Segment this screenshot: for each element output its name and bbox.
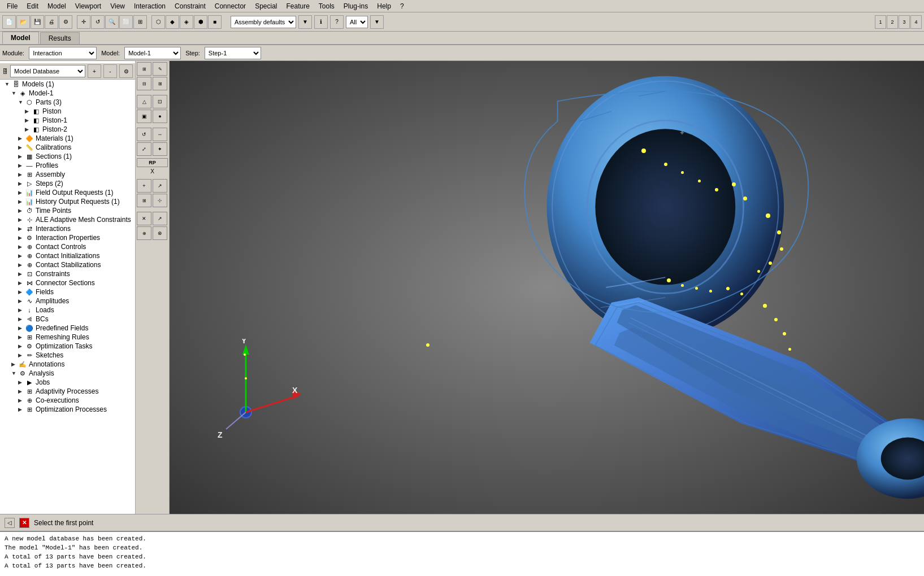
assembly-defaults-dropdown[interactable]: Assembly defaults	[231, 16, 296, 28]
menu-viewport[interactable]: Viewport	[71, 1, 106, 11]
menu-feature[interactable]: Feature	[281, 1, 314, 11]
tree-item-predefined[interactable]: ▶🔵Predefined Fields	[0, 324, 135, 333]
tree-item-histoutput[interactable]: ▶📊History Output Requests (1)	[0, 197, 135, 206]
tree-item-contactinit[interactable]: ▶⊕Contact Initializations	[0, 251, 135, 260]
tree-settings-btn[interactable]: ⚙	[119, 64, 133, 78]
tool-ref2[interactable]: ⊗	[153, 226, 167, 240]
menu-tools[interactable]: Tools	[314, 1, 339, 11]
viewport-filter-btn[interactable]: ▼	[370, 15, 384, 29]
tree-collapse-btn[interactable]: -	[103, 64, 117, 78]
tree-item-jobs[interactable]: ▶▶Jobs	[0, 378, 135, 387]
tool-create-set[interactable]: +	[137, 179, 151, 193]
model-dropdown[interactable]: Model-1	[124, 47, 181, 59]
render4-btn[interactable]: ■	[208, 15, 222, 29]
menu-plugins[interactable]: Plug-ins	[339, 1, 372, 11]
tool-suppress[interactable]: ⊟	[137, 77, 151, 90]
menu-help[interactable]: Help	[372, 1, 396, 11]
info-btn[interactable]: ℹ	[314, 15, 328, 29]
tree-item-profiles[interactable]: ▶―Profiles	[0, 161, 135, 170]
tree-item-sketches[interactable]: ▶✏Sketches	[0, 351, 135, 360]
assembly-settings-btn[interactable]: ▼	[298, 15, 312, 29]
tree-item-piston2[interactable]: ▶◧Piston-2	[0, 125, 135, 134]
tree-item-intprops[interactable]: ▶⚙Interaction Properties	[0, 233, 135, 242]
menu-connector[interactable]: Connector	[210, 1, 250, 11]
menu-special[interactable]: Special	[250, 1, 281, 11]
tree-item-materials[interactable]: ▶🔶Materials (1)	[0, 134, 135, 143]
tree-item-adaptivity[interactable]: ▶⊞Adaptivity Processes	[0, 387, 135, 396]
tree-item-interactions[interactable]: ▶⇄Interactions	[0, 224, 135, 233]
menu-edit[interactable]: Edit	[22, 1, 43, 11]
shaded-btn[interactable]: ◆	[166, 15, 179, 29]
view3d-1[interactable]: 1	[875, 15, 886, 29]
tool-edit-interaction[interactable]: ✎	[153, 62, 167, 76]
module-dropdown[interactable]: Interaction	[29, 47, 97, 59]
tree-item-models[interactable]: ▼🗄Models (1)	[0, 80, 135, 89]
tool-node[interactable]: ●	[153, 110, 167, 123]
menu-question[interactable]: ?	[396, 1, 409, 11]
tool-ref[interactable]: ✦	[153, 142, 167, 156]
tool-rotate[interactable]: ↺	[137, 128, 151, 141]
viewport-filter-dropdown[interactable]: All	[346, 16, 368, 28]
view3d-4[interactable]: 4	[910, 15, 922, 29]
tree-item-piston[interactable]: ▶◧Piston	[0, 107, 135, 116]
menu-view[interactable]: View	[106, 1, 129, 11]
zoom-btn[interactable]: 🔍	[105, 15, 119, 29]
tree-item-fields[interactable]: ▶🔷Fields	[0, 287, 135, 296]
print-btn[interactable]: 🖨	[45, 15, 58, 29]
save-btn[interactable]: 💾	[31, 15, 44, 29]
tool-translate[interactable]: ↔	[153, 128, 167, 141]
tree-item-optasks[interactable]: ▶⚙Optimization Tasks	[0, 342, 135, 351]
tool-wire[interactable]: ⊡	[153, 95, 167, 108]
menu-model[interactable]: Model	[43, 1, 71, 11]
tool-mesh-view[interactable]: ⊞	[137, 194, 151, 207]
render3-btn[interactable]: ⬢	[194, 15, 207, 29]
tree-item-coexec[interactable]: ▶⊕Co-executions	[0, 396, 135, 405]
wireframe-btn[interactable]: ⬡	[151, 15, 165, 29]
zoom-fit-btn[interactable]: ⊞	[133, 15, 147, 29]
tree-item-annotations[interactable]: ▶✍Annotations	[0, 360, 135, 369]
tool-create-interaction[interactable]: ⊞	[137, 62, 151, 76]
tool-datum[interactable]: ✕	[137, 212, 151, 225]
tool-resume[interactable]: ⊞	[153, 77, 167, 90]
tree-item-contactctrl[interactable]: ▶⊕Contact Controls	[0, 242, 135, 251]
database-dropdown[interactable]: Model Database	[10, 65, 85, 77]
tree-item-bcs[interactable]: ▶⫷BCs	[0, 315, 135, 324]
step-dropdown[interactable]: Step-1	[205, 47, 261, 59]
tool-scale[interactable]: ⤢	[137, 142, 151, 156]
new-btn[interactable]: 📄	[2, 15, 16, 29]
pref-btn[interactable]: ⚙	[59, 15, 72, 29]
hidden-btn[interactable]: ◈	[180, 15, 193, 29]
tree-item-alemesh[interactable]: ▶⊹ALE Adaptive Mesh Constraints	[0, 215, 135, 224]
open-btn[interactable]: 📂	[16, 15, 30, 29]
tree-item-loads[interactable]: ▶↓Loads	[0, 306, 135, 315]
tree-item-calibrations[interactable]: ▶📏Calibrations	[0, 143, 135, 152]
tree-item-fieldoutput[interactable]: ▶📊Field Output Requests (1)	[0, 188, 135, 197]
tool-query[interactable]: ↗	[153, 212, 167, 225]
status-stop-btn[interactable]: ✕	[19, 518, 29, 528]
tree-item-parts[interactable]: ▼⬡Parts (3)	[0, 98, 135, 107]
tree-item-analysis[interactable]: ▼⚙Analysis	[0, 369, 135, 378]
tree-item-timepoints[interactable]: ▶⏱Time Points	[0, 206, 135, 215]
tree-item-sections[interactable]: ▶▦Sections (1)	[0, 152, 135, 161]
tab-results[interactable]: Results	[40, 32, 80, 44]
zoom-box-btn[interactable]: ⬜	[119, 15, 133, 29]
viewport[interactable]: Y X Z ✛	[170, 61, 924, 514]
tree-item-model1[interactable]: ▼◈Model-1	[0, 89, 135, 98]
tool-arrow[interactable]: ↗	[153, 179, 167, 193]
rotate-btn[interactable]: ↺	[91, 15, 105, 29]
select-btn[interactable]: ✛	[77, 15, 90, 29]
menu-constraint[interactable]: Constraint	[170, 1, 210, 11]
tree-item-connectorsec[interactable]: ▶⋈Connector Sections	[0, 278, 135, 287]
tool-coord[interactable]: ⊕	[137, 226, 151, 240]
query-btn[interactable]: ?	[330, 15, 344, 29]
tree-item-constraints[interactable]: ▶⊡Constraints	[0, 269, 135, 278]
tool-path[interactable]: ⊹	[153, 194, 167, 207]
tree-item-steps[interactable]: ▶▷Steps (2)	[0, 179, 135, 188]
tree-item-amplitudes[interactable]: ▶∿Amplitudes	[0, 296, 135, 306]
tree-item-piston1[interactable]: ▶◧Piston-1	[0, 116, 135, 125]
menu-interaction[interactable]: Interaction	[129, 1, 170, 11]
view3d-2[interactable]: 2	[887, 15, 898, 29]
tool-region[interactable]: ▣	[137, 110, 151, 123]
tree-item-remeshing[interactable]: ▶⊞Remeshing Rules	[0, 333, 135, 342]
tree-item-assembly[interactable]: ▶⊞Assembly	[0, 170, 135, 179]
